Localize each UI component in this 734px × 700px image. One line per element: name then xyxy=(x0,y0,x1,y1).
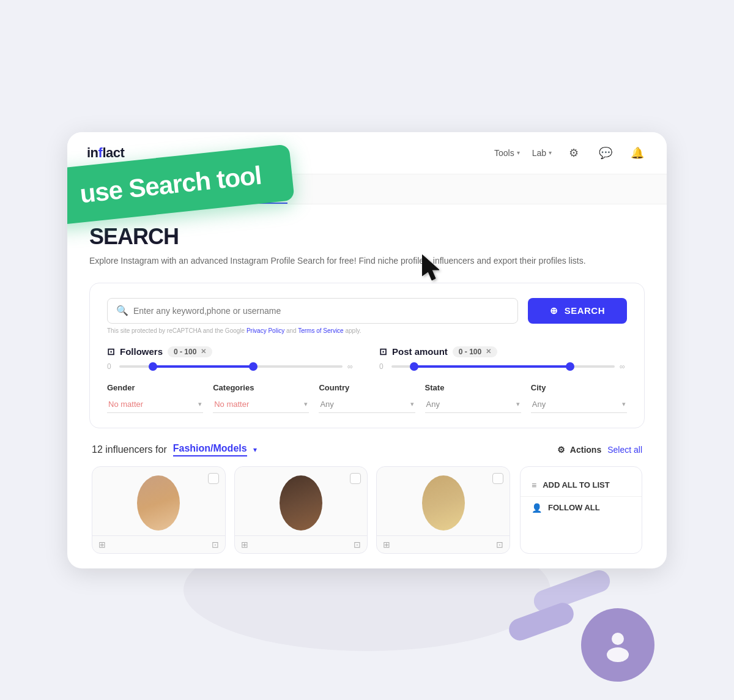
nav-items: Tools ▾ Lab ▾ ⚙ 💬 🔔 xyxy=(494,143,647,163)
actions-gear-icon: ⚙ xyxy=(557,445,565,455)
actions-panel: ≡ ADD ALL TO LIST 👤 FOLLOW ALL xyxy=(520,466,642,554)
profile-icon-2[interactable]: ⊡ xyxy=(354,540,361,549)
list-icon: ≡ xyxy=(532,480,536,490)
followers-icon: ⊡ xyxy=(107,346,115,357)
gender-select[interactable]: No matter ▾ xyxy=(107,396,203,413)
results-section: 12 influencers for Fashion/Models ▾ ⚙ Ac… xyxy=(89,443,645,554)
main-content: SEARCH Explore Instagram with an advance… xyxy=(67,204,667,568)
city-dropdown-group: City Any ▾ xyxy=(531,383,627,413)
logo-accent: f xyxy=(98,145,103,161)
search-input-wrap[interactable]: 🔍 xyxy=(107,298,518,324)
results-category-chevron: ▾ xyxy=(253,445,257,454)
lab-chevron: ▾ xyxy=(549,149,552,156)
categories-dropdown-group: Categories No matter ▾ xyxy=(213,383,309,413)
nav-tools[interactable]: Tools ▾ xyxy=(494,148,520,158)
chat-icon[interactable]: 💬 xyxy=(596,143,615,163)
influencer-card-2: ⊞ ⊡ xyxy=(234,466,368,554)
gear-icon[interactable]: ⚙ xyxy=(564,143,584,163)
followers-track[interactable] xyxy=(119,365,343,368)
country-dropdown-group: Country Any ▾ xyxy=(319,383,415,413)
post-amount-thumb-left[interactable] xyxy=(410,362,418,371)
results-count: 12 influencers for xyxy=(92,444,167,455)
card-checkbox-3[interactable] xyxy=(492,473,503,484)
post-amount-filter: ⊡ Post amount 0 - 100 ✕ 0 xyxy=(379,346,627,371)
followers-label: ⊡ Followers 0 - 100 ✕ xyxy=(107,346,355,357)
categories-label: Categories xyxy=(213,383,309,392)
results-category[interactable]: Fashion/Models xyxy=(173,443,247,456)
profile-icon-1[interactable]: ⊡ xyxy=(212,540,219,549)
search-btn-icon: ⊕ xyxy=(550,305,558,316)
followers-slider[interactable]: 0 ∞ xyxy=(107,362,355,371)
actions-button[interactable]: ⚙ Actions xyxy=(557,445,601,455)
privacy-policy-link[interactable]: Privacy Policy xyxy=(247,327,284,334)
state-label: State xyxy=(425,383,521,392)
gender-chevron: ▾ xyxy=(198,400,202,408)
post-amount-badge: 0 - 100 ✕ xyxy=(453,346,497,357)
state-select[interactable]: Any ▾ xyxy=(425,396,521,413)
recaptcha-note: This site protected by reCAPTCHA and the… xyxy=(107,327,627,334)
influencer-cards: ⊞ ⊡ ⊞ ⊡ xyxy=(92,466,511,554)
page-title: SEARCH xyxy=(89,224,645,250)
page-wrapper: use Search tool inflact Tools ▾ Lab ▾ xyxy=(0,0,734,700)
svg-point-0 xyxy=(612,633,624,645)
select-all-link[interactable]: Select all xyxy=(607,445,642,455)
svg-point-1 xyxy=(607,647,629,662)
followers-badge-close[interactable]: ✕ xyxy=(201,348,206,356)
influencer-card-3: ⊞ ⊡ xyxy=(376,466,510,554)
city-select[interactable]: Any ▾ xyxy=(531,396,627,413)
card-bottom-3: ⊞ ⊡ xyxy=(377,535,510,553)
dropdown-row: Gender No matter ▾ Categories No matter … xyxy=(107,383,627,413)
nav-lab[interactable]: Lab ▾ xyxy=(532,148,552,158)
followers-filter: ⊡ Followers 0 - 100 ✕ 0 xyxy=(107,346,355,371)
followers-min-label: 0 xyxy=(107,362,114,371)
card-bottom-1: ⊞ ⊡ xyxy=(92,535,225,553)
followers-thumb-left[interactable] xyxy=(149,362,157,371)
avatar-2 xyxy=(280,475,322,531)
profile-icon-3[interactable]: ⊡ xyxy=(496,540,503,549)
post-amount-max-label: ∞ xyxy=(620,362,627,371)
post-amount-slider[interactable]: 0 ∞ xyxy=(379,362,627,371)
country-chevron: ▾ xyxy=(410,400,414,408)
page-subtitle: Explore Instagram with an advanced Insta… xyxy=(89,256,645,266)
post-amount-track[interactable] xyxy=(391,365,615,368)
tools-chevron: ▾ xyxy=(517,149,520,156)
grid-icon-3[interactable]: ⊞ xyxy=(383,540,390,549)
followers-fill xyxy=(153,365,253,368)
grid-icon-1[interactable]: ⊞ xyxy=(98,540,106,549)
terms-link[interactable]: Terms of Service xyxy=(298,327,343,334)
search-row: 🔍 ⊕ SEARCH xyxy=(107,298,627,324)
card-checkbox-2[interactable] xyxy=(350,473,361,484)
country-select[interactable]: Any ▾ xyxy=(319,396,415,413)
logo[interactable]: inflact xyxy=(87,145,124,161)
gender-dropdown-group: Gender No matter ▾ xyxy=(107,383,203,413)
gender-label: Gender xyxy=(107,383,203,392)
categories-select[interactable]: No matter ▾ xyxy=(213,396,309,413)
state-dropdown-group: State Any ▾ xyxy=(425,383,521,413)
search-input[interactable] xyxy=(133,306,509,316)
logo-text-2: lact xyxy=(102,145,124,161)
search-button[interactable]: ⊕ SEARCH xyxy=(528,298,627,324)
post-amount-badge-close[interactable]: ✕ xyxy=(486,348,491,356)
followers-max-label: ∞ xyxy=(347,362,355,371)
follow-all-action[interactable]: 👤 FOLLOW ALL xyxy=(521,497,642,519)
city-chevron: ▾ xyxy=(622,400,626,408)
post-amount-icon: ⊡ xyxy=(379,346,387,357)
post-amount-thumb-right[interactable] xyxy=(566,362,574,371)
avatar-1 xyxy=(137,475,180,531)
card-checkbox-1[interactable] xyxy=(208,473,219,484)
avatar-img-1 xyxy=(137,475,180,531)
state-chevron: ▾ xyxy=(516,400,520,408)
svg-marker-2 xyxy=(422,255,439,280)
post-amount-label: ⊡ Post amount 0 - 100 ✕ xyxy=(379,346,627,357)
followers-thumb-right[interactable] xyxy=(249,362,258,371)
categories-chevron: ▾ xyxy=(304,400,308,408)
main-card: use Search tool inflact Tools ▾ Lab ▾ xyxy=(67,132,667,568)
followers-badge: 0 - 100 ✕ xyxy=(168,346,212,357)
results-header: 12 influencers for Fashion/Models ▾ ⚙ Ac… xyxy=(92,443,642,456)
avatar-3 xyxy=(422,475,465,531)
add-all-to-list-action[interactable]: ≡ ADD ALL TO LIST xyxy=(521,474,642,497)
follow-icon: 👤 xyxy=(532,503,542,513)
bell-icon[interactable]: 🔔 xyxy=(628,143,647,163)
grid-icon-2[interactable]: ⊞ xyxy=(241,540,248,549)
search-panel: 🔍 ⊕ SEARCH This site protected by reCAPT… xyxy=(89,283,645,428)
